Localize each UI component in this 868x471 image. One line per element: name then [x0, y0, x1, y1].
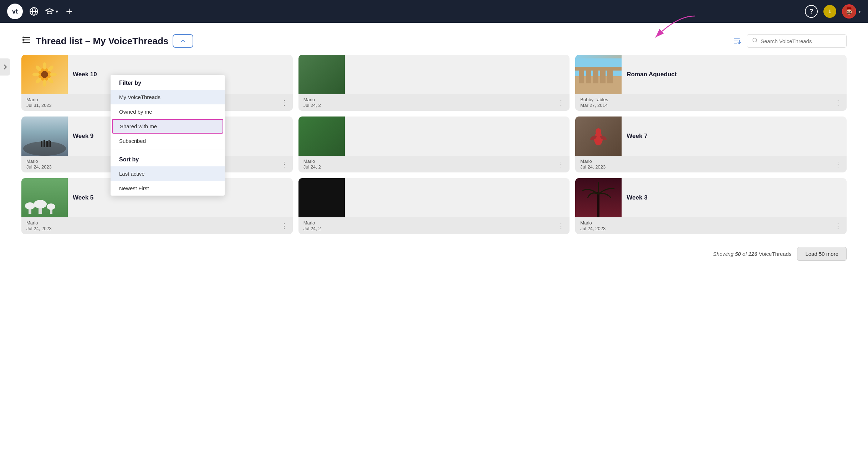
load-more-button[interactable]: Load 50 more: [797, 247, 847, 261]
card-author: Mario: [26, 220, 52, 226]
dropdown-item-last-active[interactable]: Last active: [111, 166, 225, 181]
card-more-button[interactable]: ⋮: [281, 222, 288, 229]
svg-line-27: [756, 41, 757, 42]
card-thumbnail: [298, 178, 345, 217]
card-thumbnail: [21, 55, 68, 94]
dropdown-item-owned-by-me[interactable]: Owned by me: [111, 104, 225, 119]
globe-icon[interactable]: [29, 7, 39, 16]
thread-card[interactable]: Mario Jul 24, 2 ⋮: [298, 55, 570, 111]
svg-point-12: [847, 11, 848, 12]
nav-left: vt ▾: [7, 4, 74, 19]
vt-logo[interactable]: vt: [7, 4, 23, 19]
showing-count: 50: [735, 251, 741, 257]
svg-point-13: [850, 11, 851, 12]
search-box: [747, 34, 847, 48]
thread-list-icon: [21, 35, 31, 47]
page-header: Thread list – My VoiceThreads: [0, 23, 868, 55]
filter-toggle-button[interactable]: [173, 34, 193, 48]
card-top: [298, 178, 570, 217]
svg-rect-50: [48, 140, 50, 147]
card-more-button[interactable]: ⋮: [834, 99, 842, 106]
page-footer: Showing 50 of 126 VoiceThreads Load 50 m…: [0, 241, 868, 266]
card-more-button[interactable]: ⋮: [834, 161, 842, 168]
card-author: Mario: [303, 97, 321, 102]
card-thumbnail: [575, 117, 622, 156]
filter-dropdown: Filter by My VoiceThreads Owned by me Sh…: [111, 75, 225, 196]
svg-rect-19: [23, 39, 25, 41]
card-thumbnail: [575, 178, 622, 217]
thread-card[interactable]: Week 3 Mario Jul 24, 2023 ⋮: [575, 178, 847, 234]
card-top: Week 3: [575, 178, 847, 217]
thread-card[interactable]: Mario Jul 24, 2 ⋮: [298, 178, 570, 234]
dropdown-item-newest-first[interactable]: Newest First: [111, 181, 225, 196]
card-date: Jul 24, 2: [303, 226, 321, 231]
card-date: Jul 31, 2023: [26, 103, 52, 108]
svg-rect-49: [46, 141, 48, 147]
notification-button[interactable]: 1: [823, 5, 836, 18]
card-bottom: Mario Jul 24, 2 ⋮: [298, 156, 570, 172]
thread-card[interactable]: Week 7 Mario Jul 24, 2023 ⋮: [575, 117, 847, 172]
svg-rect-42: [593, 69, 598, 83]
svg-rect-41: [586, 69, 591, 83]
courses-icon[interactable]: ▾: [45, 7, 58, 16]
card-author: Mario: [26, 159, 52, 164]
card-meta: Mario Jul 24, 2023: [580, 220, 606, 231]
search-input[interactable]: [761, 38, 841, 44]
svg-rect-43: [600, 69, 606, 83]
add-icon[interactable]: [65, 7, 74, 16]
user-dropdown-arrow[interactable]: ▾: [858, 9, 861, 14]
card-date: Jul 24, 2023: [580, 226, 606, 231]
card-title: Week 7: [622, 117, 847, 156]
thread-card[interactable]: Roman Aqueduct Bobby Tables Mar 27, 2014…: [575, 55, 847, 111]
page-title-area: Thread list – My VoiceThreads: [21, 34, 721, 48]
dropdown-item-shared-with-me[interactable]: Shared with me: [112, 119, 223, 134]
card-title: Roman Aqueduct: [622, 55, 847, 94]
card-author: Mario: [580, 159, 606, 164]
card-date: Jul 24, 2023: [26, 226, 52, 231]
search-icon: [752, 37, 758, 45]
svg-point-36: [32, 73, 40, 76]
card-more-button[interactable]: ⋮: [557, 99, 565, 106]
svg-rect-45: [575, 67, 622, 71]
card-top: Roman Aqueduct: [575, 55, 847, 94]
card-bottom: Mario Jul 24, 2023 ⋮: [21, 217, 293, 234]
card-meta: Mario Jul 24, 2023: [26, 220, 52, 231]
card-meta: Bobby Tables Mar 27, 2014: [580, 97, 608, 108]
sort-by-header: Sort by: [111, 151, 225, 166]
card-thumbnail: [298, 55, 345, 94]
total-count: 126: [748, 251, 757, 257]
dropdown-item-subscribed[interactable]: Subscribed: [111, 134, 225, 148]
card-more-button[interactable]: ⋮: [281, 161, 288, 168]
card-top: [298, 117, 570, 156]
showing-text: Showing 50 of 126 VoiceThreads: [713, 251, 791, 257]
svg-rect-7: [847, 7, 852, 9]
card-date: Mar 27, 2014: [580, 103, 608, 108]
card-title: [345, 55, 570, 94]
card-more-button[interactable]: ⋮: [281, 99, 288, 106]
card-more-button[interactable]: ⋮: [834, 222, 842, 229]
card-date: Jul 24, 2023: [26, 164, 52, 170]
card-bottom: Bobby Tables Mar 27, 2014 ⋮: [575, 94, 847, 111]
svg-point-63: [47, 203, 55, 210]
card-author: Mario: [26, 97, 52, 102]
card-meta: Mario Jul 24, 2: [303, 220, 321, 231]
help-button[interactable]: ?: [805, 5, 818, 18]
card-title: [345, 117, 570, 156]
user-avatar[interactable]: [842, 4, 856, 19]
card-thumbnail: [575, 55, 622, 94]
sort-button[interactable]: [732, 37, 741, 45]
svg-point-61: [34, 200, 47, 208]
thread-card[interactable]: Mario Jul 24, 2 ⋮: [298, 117, 570, 172]
dropdown-item-my-voicethreads[interactable]: My VoiceThreads: [111, 90, 225, 104]
sidebar-toggle[interactable]: [0, 58, 10, 76]
card-author: Bobby Tables: [580, 97, 608, 102]
card-more-button[interactable]: ⋮: [557, 161, 565, 168]
card-more-button[interactable]: ⋮: [557, 222, 565, 229]
card-meta: Mario Jul 24, 2: [303, 97, 321, 108]
card-bottom: Mario Jul 24, 2 ⋮: [298, 217, 570, 234]
svg-rect-40: [579, 69, 584, 83]
svg-point-34: [43, 79, 46, 87]
card-thumbnail: [21, 117, 68, 156]
svg-point-30: [43, 62, 46, 69]
page-title: Thread list – My VoiceThreads: [36, 36, 168, 47]
